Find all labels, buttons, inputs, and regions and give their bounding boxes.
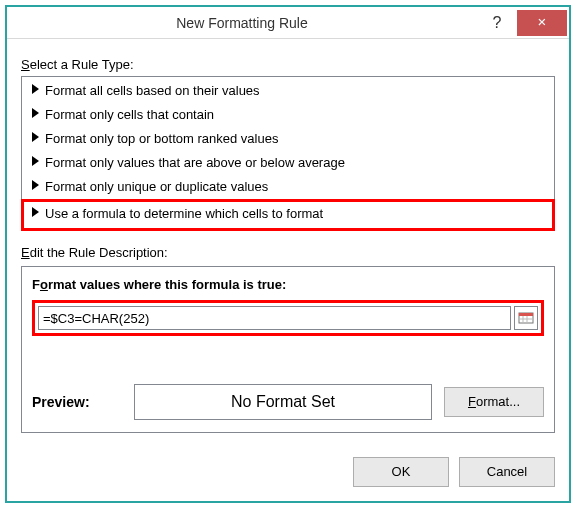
rule-type-item[interactable]: Format only top or bottom ranked values xyxy=(22,127,554,151)
edit-description-label: Edit the Rule Description: xyxy=(21,245,555,260)
dialog-button-row: OK Cancel xyxy=(7,445,569,487)
triangle-right-icon xyxy=(32,180,39,190)
triangle-right-icon xyxy=(32,108,39,118)
rule-type-section-label: Select a Rule Type: xyxy=(21,57,555,72)
titlebar: New Formatting Rule ? × xyxy=(7,7,569,39)
rule-description-box: Format values where this formula is true… xyxy=(21,266,555,433)
formula-input[interactable] xyxy=(38,306,511,330)
close-button[interactable]: × xyxy=(517,10,567,36)
preview-box: No Format Set xyxy=(134,384,432,420)
formula-header-label: Format values where this formula is true… xyxy=(32,277,544,292)
formula-input-row xyxy=(32,300,544,336)
rule-type-item-selected[interactable]: Use a formula to determine which cells t… xyxy=(21,199,555,231)
spreadsheet-ref-icon xyxy=(518,310,534,326)
dialog-content: Select a Rule Type: Format all cells bas… xyxy=(7,39,569,445)
preview-row: Preview: No Format Set Format... xyxy=(32,384,544,420)
rule-type-item[interactable]: Format only unique or duplicate values xyxy=(22,175,554,199)
svg-rect-1 xyxy=(519,313,533,316)
triangle-right-icon xyxy=(32,207,39,217)
dialog-title: New Formatting Rule xyxy=(7,15,477,31)
rule-type-item[interactable]: Format all cells based on their values xyxy=(22,79,554,103)
rule-type-list: Format all cells based on their values F… xyxy=(21,76,555,231)
rule-type-item[interactable]: Format only cells that contain xyxy=(22,103,554,127)
range-selector-button[interactable] xyxy=(514,306,538,330)
triangle-right-icon xyxy=(32,84,39,94)
help-button[interactable]: ? xyxy=(477,7,517,39)
rule-type-item[interactable]: Format only values that are above or bel… xyxy=(22,151,554,175)
ok-button[interactable]: OK xyxy=(353,457,449,487)
triangle-right-icon xyxy=(32,132,39,142)
format-button[interactable]: Format... xyxy=(444,387,544,417)
triangle-right-icon xyxy=(32,156,39,166)
cancel-button[interactable]: Cancel xyxy=(459,457,555,487)
dialog-window: New Formatting Rule ? × Select a Rule Ty… xyxy=(5,5,571,503)
preview-label: Preview: xyxy=(32,394,122,410)
